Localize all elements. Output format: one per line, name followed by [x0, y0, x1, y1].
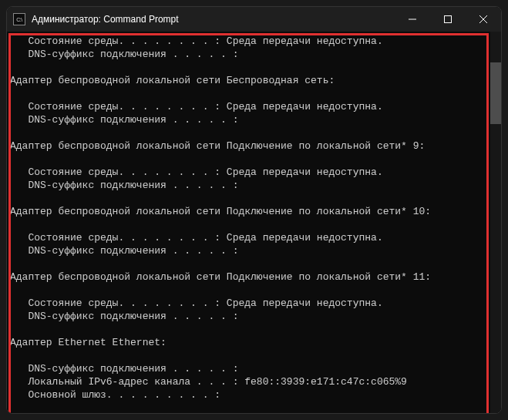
terminal-line — [10, 61, 490, 74]
terminal-line — [10, 218, 490, 231]
svg-rect-0 — [445, 16, 452, 23]
terminal-line: Адаптер беспроводной локальной сети Подк… — [10, 205, 490, 218]
command-prompt-window: C:\ Администратор: Command Prompt Состоя… — [6, 6, 502, 414]
scrollbar-track[interactable] — [490, 32, 501, 414]
content-area: Состояние среды. . . . . . . . : Среда п… — [7, 32, 501, 414]
terminal-line: Адаптер беспроводной локальной сети Подк… — [10, 270, 490, 284]
terminal-line — [10, 323, 490, 336]
terminal-line — [10, 192, 490, 205]
terminal-line: Адаптер беспроводной локальной сети Бесп… — [10, 74, 490, 87]
terminal-line — [10, 126, 490, 139]
terminal-line: Локальный IPv6-адрес канала . . . : fe80… — [10, 375, 490, 388]
cmd-icon: C:\ — [13, 13, 25, 25]
terminal-line: DNS-суффикс подключения . . . . . : — [10, 310, 490, 323]
terminal-line: DNS-суффикс подключения . . . . . : — [10, 362, 490, 375]
terminal-line: Состояние среды. . . . . . . . : Среда п… — [10, 100, 490, 113]
terminal-line: DNS-суффикс подключения . . . . . : — [10, 48, 490, 61]
close-button[interactable] — [466, 7, 501, 32]
window-controls — [395, 7, 501, 32]
terminal-output[interactable]: Состояние среды. . . . . . . . : Среда п… — [7, 32, 490, 414]
terminal-line: Адаптер беспроводной локальной сети Подк… — [10, 139, 490, 153]
terminal-line: DNS-суффикс подключения . . . . . : — [10, 113, 490, 126]
terminal-line — [10, 87, 490, 100]
scrollbar-thumb[interactable] — [490, 62, 501, 124]
terminal-line: Адаптер Ethernet Ethernet: — [10, 336, 490, 349]
terminal-line — [10, 153, 490, 166]
terminal-line — [10, 402, 490, 414]
terminal-line — [10, 257, 490, 270]
terminal-line: DNS-суффикс подключения . . . . . : — [10, 244, 490, 257]
terminal-line: Состояние среды. . . . . . . . : Среда п… — [10, 231, 490, 244]
terminal-line: Состояние среды. . . . . . . . : Среда п… — [10, 35, 490, 48]
terminal-line — [10, 284, 490, 297]
minimize-button[interactable] — [395, 7, 430, 32]
terminal-line: DNS-суффикс подключения . . . . . : — [10, 179, 490, 192]
terminal-line: Состояние среды. . . . . . . . : Среда п… — [10, 166, 490, 179]
terminal-line: Состояние среды. . . . . . . . : Среда п… — [10, 297, 490, 310]
terminal-line: Основной шлюз. . . . . . . . . : — [10, 388, 490, 402]
maximize-button[interactable] — [430, 7, 466, 32]
terminal-line — [10, 349, 490, 362]
window-title: Администратор: Command Prompt — [32, 14, 395, 25]
titlebar[interactable]: C:\ Администратор: Command Prompt — [7, 7, 501, 32]
